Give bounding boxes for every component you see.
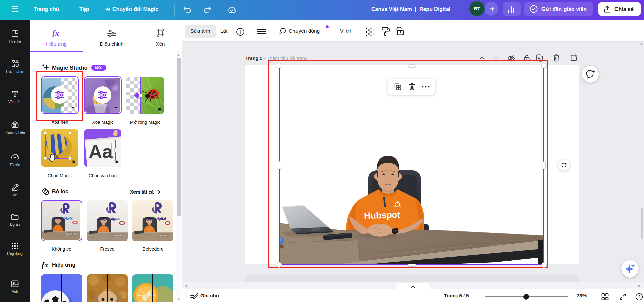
svg-text:?: ? [638, 295, 641, 299]
svg-text:CANVA HỌC: CANVA HỌC [66, 233, 77, 235]
svg-text:fx: fx [52, 29, 59, 37]
svg-text:CANVA HỌC: CANVA HỌC [158, 234, 169, 236]
svg-text:CANVA HỌC: CANVA HỌC [112, 234, 124, 236]
svg-text:co.: co. [13, 125, 15, 127]
svg-text:Aa: Aa [89, 141, 113, 162]
svg-text:fx: fx [42, 261, 48, 269]
